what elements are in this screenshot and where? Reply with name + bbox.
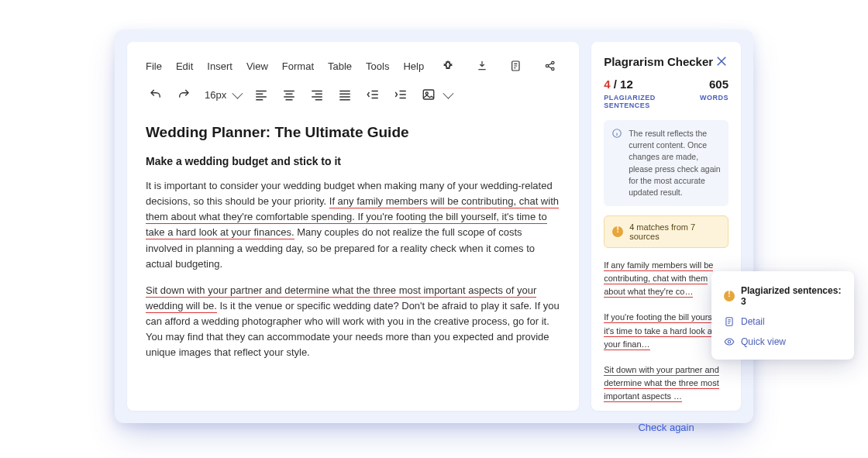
popup-title: Plagiarized sentences: 3 [741, 285, 842, 307]
menu-file[interactable]: File [146, 60, 162, 72]
document-icon [724, 316, 735, 327]
font-size-value: 16px [205, 89, 226, 101]
stats-row: 4 / 12 PLAGIARIZED SENTENCES 605 WORDS [604, 77, 728, 109]
align-justify-icon[interactable] [335, 84, 355, 105]
document-content[interactable]: Wedding Planner: The Ultimate Guide Make… [146, 124, 560, 372]
align-center-icon[interactable] [279, 84, 299, 105]
svg-point-5 [425, 92, 428, 95]
align-left-icon[interactable] [251, 84, 271, 105]
menu-help[interactable]: Help [403, 60, 424, 72]
doc-subtitle: Make a wedding budget and stick to it [146, 155, 560, 167]
image-icon[interactable] [418, 84, 439, 105]
menu-format[interactable]: Format [282, 60, 314, 72]
words-label: WORDS [700, 94, 728, 102]
svg-point-8 [728, 340, 731, 343]
panel-title: Plagrarism Checker [604, 55, 713, 68]
svg-rect-4 [423, 90, 434, 99]
info-icon [611, 128, 622, 139]
doc-paragraph-2: Sit down with your partner and determine… [146, 283, 560, 361]
share-icon[interactable] [540, 56, 560, 76]
panel-header: Plagrarism Checker [604, 54, 728, 68]
snippet-popup: Plagiarized sentences: 3 Detail Quick vi… [711, 271, 854, 360]
menubar: File Edit Insert View Format Table Tools… [146, 56, 560, 76]
plagiarized-label: PLAGIARIZED SENTENCES [604, 94, 700, 109]
menu-view[interactable]: View [246, 60, 268, 72]
plagiarized-count: 4 [604, 77, 610, 91]
editor-pane: File Edit Insert View Format Table Tools… [127, 42, 579, 411]
undo-icon[interactable] [146, 84, 166, 105]
font-size-select[interactable]: 16px [202, 89, 243, 101]
match-snippet-1[interactable]: If any family members will be contributi… [604, 259, 728, 298]
doc-paragraph-1: It is important to consider your wedding… [146, 178, 560, 272]
check-again-button[interactable]: Check again [604, 415, 728, 433]
info-text: The result reflects the current content.… [629, 129, 721, 197]
indent-icon[interactable] [391, 84, 411, 105]
chevron-down-icon [232, 88, 243, 99]
outdent-icon[interactable] [363, 84, 383, 105]
match-snippet-2[interactable]: If you're footing the bill yourself, it'… [604, 311, 728, 350]
popup-quick-view[interactable]: Quick view [724, 332, 842, 352]
app-window: File Edit Insert View Format Table Tools… [115, 29, 753, 423]
warning-icon [724, 291, 735, 301]
menu-tools[interactable]: Tools [366, 60, 389, 72]
menu-table[interactable]: Table [328, 60, 352, 72]
match-snippet-3[interactable]: Sit down with your partner and determine… [604, 363, 728, 403]
download-icon[interactable] [472, 56, 492, 76]
words-count: 605 [700, 77, 728, 91]
align-right-icon[interactable] [307, 84, 327, 105]
info-box: The result reflects the current content.… [604, 120, 728, 206]
menu-edit[interactable]: Edit [176, 60, 193, 72]
words-stat: 605 WORDS [700, 77, 728, 109]
popup-header: Plagiarized sentences: 3 [724, 281, 842, 312]
warning-icon [612, 226, 623, 237]
close-icon[interactable] [715, 54, 728, 68]
upload-icon[interactable] [438, 56, 458, 76]
doc-title: Wedding Planner: The Ultimate Guide [146, 124, 560, 141]
note-icon[interactable] [506, 56, 526, 76]
popup-detail[interactable]: Detail [724, 312, 842, 332]
matches-text: 4 matches from 7 sources [629, 222, 720, 241]
chevron-down-icon[interactable] [443, 88, 454, 99]
menu-insert[interactable]: Insert [207, 60, 232, 72]
plagiarized-total: 12 [620, 77, 633, 91]
eye-icon [724, 336, 735, 347]
matches-box: 4 matches from 7 sources [604, 215, 728, 248]
toolbar: 16px [146, 81, 560, 108]
redo-icon[interactable] [174, 84, 194, 105]
plagiarized-stat: 4 / 12 PLAGIARIZED SENTENCES [604, 77, 700, 109]
